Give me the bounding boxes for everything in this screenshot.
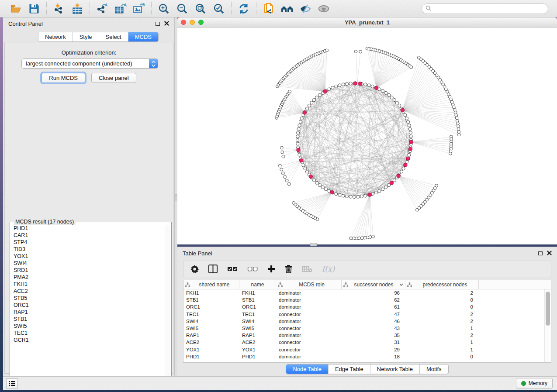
column-header-name[interactable]: name: [239, 280, 276, 289]
zoom-in-icon[interactable]: [158, 3, 170, 15]
table-panel-header: Table Panel: [177, 247, 557, 259]
table-row[interactable]: ORC1ORC1dominator610: [183, 303, 544, 310]
horizontal-splitter-handle[interactable]: [310, 243, 317, 246]
settings-gear-icon[interactable]: [190, 265, 199, 273]
mcds-result-groupbox: MCDS result (17 nodes) PHD1 CAR1 STP4 TI…: [10, 222, 172, 384]
list-item[interactable]: SRD1: [14, 267, 164, 274]
function-builder-icon[interactable]: f(x): [322, 265, 335, 273]
list-item[interactable]: STB5: [14, 295, 164, 302]
mcds-result-list[interactable]: PHD1 CAR1 STP4 TID3 YOX1 SWI4 SRD1 PMA2 …: [11, 225, 164, 382]
add-row-icon[interactable]: [267, 265, 275, 273]
network-canvas[interactable]: [177, 28, 557, 244]
hide-selected-icon[interactable]: [299, 3, 311, 15]
show-task-history-button[interactable]: [6, 378, 18, 389]
tab-network-table[interactable]: Network Table: [370, 364, 419, 374]
selected-criterion: largest connected component (undirected): [22, 60, 149, 67]
list-item[interactable]: GCR1: [14, 337, 164, 344]
export-network-icon[interactable]: [96, 3, 108, 15]
open-file-icon[interactable]: [10, 3, 22, 15]
mcds-tab-content: Optimization criterion: largest connecte…: [4, 42, 173, 374]
close-panel-icon[interactable]: [547, 250, 552, 257]
table-row[interactable]: PHD1PHD1dominator180: [183, 353, 544, 360]
control-panel: Control Panel Network Style Select MCDS …: [3, 17, 175, 376]
deselect-all-checkboxes-icon[interactable]: [247, 266, 258, 272]
column-header-mcds-role[interactable]: MCDS role: [276, 280, 342, 289]
tab-select[interactable]: Select: [99, 32, 128, 41]
optimization-criterion-label: Optimization criterion:: [5, 49, 173, 56]
save-session-icon[interactable]: [28, 3, 40, 15]
import-table-icon[interactable]: [71, 3, 83, 15]
list-item[interactable]: TID3: [14, 246, 164, 253]
table-row[interactable]: ACE2ACE2connector311: [183, 339, 544, 346]
column-header-predecessor-nodes[interactable]: predecessor nodes: [405, 280, 479, 289]
tab-style[interactable]: Style: [73, 32, 99, 41]
list-item[interactable]: PHD1: [14, 225, 164, 232]
tab-mcds[interactable]: MCDS: [128, 32, 158, 41]
new-network-from-selection-icon[interactable]: [263, 3, 275, 15]
result-list-scrollbar[interactable]: [165, 225, 170, 382]
list-icon: [9, 381, 15, 386]
export-image-icon[interactable]: [133, 3, 145, 15]
import-network-icon[interactable]: [53, 3, 65, 15]
list-item[interactable]: RAP1: [14, 309, 164, 316]
tab-node-table[interactable]: Node Table: [286, 364, 328, 374]
list-item[interactable]: FKH1: [14, 281, 164, 288]
delete-row-icon[interactable]: [285, 265, 292, 273]
status-bar: Memory: [3, 376, 557, 390]
export-table-icon[interactable]: [114, 3, 127, 15]
run-mcds-button[interactable]: Run MCDS: [42, 73, 85, 83]
list-item[interactable]: STP4: [14, 239, 164, 246]
table-header-row: shared name name MCDS role successor nod…: [183, 280, 551, 289]
zoom-selected-icon[interactable]: [213, 3, 225, 15]
table-row[interactable]: FKH1FKH1dominator962: [183, 289, 544, 296]
search-input[interactable]: [433, 6, 544, 12]
table-row[interactable]: YOX1YOX1connector291: [183, 346, 544, 353]
table-row[interactable]: RAP1RAP1dominator352: [183, 332, 544, 339]
table-panel-title: Table Panel: [183, 250, 212, 257]
float-panel-icon[interactable]: [156, 22, 160, 26]
delete-column-icon[interactable]: [302, 265, 312, 272]
search-area: [422, 3, 548, 14]
list-item[interactable]: YOX1: [14, 253, 164, 260]
column-header-successor-nodes[interactable]: successor nodes: [342, 280, 405, 289]
column-header-filler: [479, 280, 551, 289]
list-item[interactable]: TEC1: [14, 330, 164, 337]
show-columns-icon[interactable]: [208, 265, 218, 273]
list-item[interactable]: SWI5: [14, 323, 164, 330]
float-panel-icon[interactable]: [538, 251, 543, 255]
column-header-shared-name[interactable]: shared name: [183, 280, 239, 289]
list-item[interactable]: ACE2: [14, 288, 164, 295]
list-item[interactable]: CAR1: [14, 232, 164, 239]
table-row[interactable]: STB1STB1dominator620: [183, 296, 544, 303]
show-all-icon[interactable]: [318, 3, 330, 15]
refresh-icon[interactable]: [238, 3, 250, 15]
control-panel-tabs: Network Style Select MCDS: [38, 32, 159, 42]
table-row[interactable]: SWI5SWI5connector431: [183, 325, 544, 332]
table-row[interactable]: SWI4SWI4dominator462: [183, 318, 544, 325]
tab-network[interactable]: Network: [38, 32, 73, 41]
list-item[interactable]: STB1: [14, 316, 164, 323]
search-field[interactable]: [422, 3, 548, 14]
zoom-out-icon[interactable]: [176, 3, 188, 15]
table-panel: Table Panel f(x): [177, 247, 557, 376]
select-all-checkboxes-icon[interactable]: [227, 266, 238, 272]
tab-motifs[interactable]: Motifs: [419, 364, 448, 374]
table-panel-tabs: Node Table Edge Table Network Table Moti…: [286, 364, 448, 374]
tab-edge-table[interactable]: Edge Table: [328, 364, 370, 374]
memory-button[interactable]: Memory: [516, 378, 553, 389]
network-window-titlebar[interactable]: YPA_prune.txt_1: [177, 17, 557, 28]
memory-status-icon: [521, 381, 526, 386]
table-scrollbar[interactable]: [544, 289, 551, 362]
list-item[interactable]: ORC1: [14, 302, 164, 309]
network-window-title: YPA_prune.txt_1: [177, 19, 557, 26]
optimization-criterion-select[interactable]: largest connected component (undirected): [21, 58, 158, 69]
search-icon: [426, 5, 431, 13]
close-panel-icon[interactable]: [164, 21, 169, 27]
first-neighbors-icon[interactable]: [281, 3, 293, 15]
zoom-fit-icon[interactable]: [194, 3, 207, 15]
close-panel-button[interactable]: Close panel: [91, 73, 136, 83]
list-item[interactable]: SWI4: [14, 260, 164, 267]
table-row[interactable]: TEC1TEC1connector472: [183, 311, 544, 318]
list-item[interactable]: PMA2: [14, 274, 164, 281]
scrollbar-thumb[interactable]: [546, 292, 550, 326]
